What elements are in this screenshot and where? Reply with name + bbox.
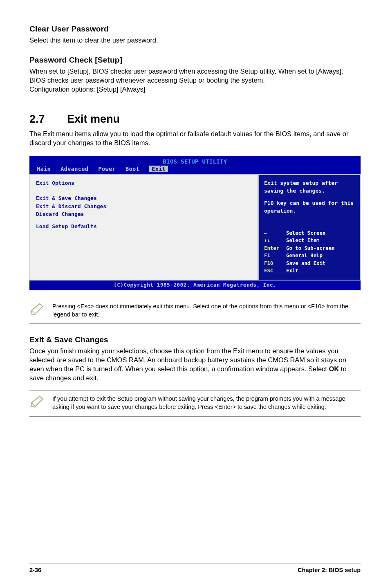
bios-options-title: Exit Options bbox=[36, 179, 252, 187]
bios-screenshot: BIOS SETUP UTILITY Main Advanced Power B… bbox=[29, 156, 361, 290]
bios-key-sub-screen: Go to Sub-screen bbox=[286, 245, 334, 252]
page-footer: 2-36 Chapter 2: BIOS setup bbox=[29, 563, 361, 573]
bios-opt-discard-exit: Exit & Discard Changes bbox=[36, 202, 252, 211]
bios-opt-load-defaults: Load Setup Defaults bbox=[36, 222, 252, 231]
bios-key-general-help: General Help bbox=[286, 252, 323, 259]
bios-tab-advanced: Advanced bbox=[61, 166, 88, 172]
bios-opt-discard: Discard Changes bbox=[36, 210, 252, 218]
note-exit-without-save-text: If you attempt to exit the Setup program… bbox=[52, 395, 361, 411]
bios-key-f10: F10 bbox=[264, 260, 286, 267]
bios-tab-exit: Exit bbox=[149, 166, 168, 172]
pencil-icon bbox=[29, 302, 52, 319]
bios-tab-power: Power bbox=[98, 166, 116, 172]
note-esc-text: Pressing <Esc> does not immediately exit… bbox=[52, 302, 361, 319]
chapter-number: 2.7 bbox=[29, 113, 67, 126]
exit-save-ok: OK bbox=[329, 365, 339, 373]
bios-opt-save: Exit & Save Changes bbox=[36, 194, 252, 202]
bios-tab-main: Main bbox=[37, 166, 51, 172]
chapter-title: Exit menu bbox=[67, 113, 120, 125]
exit-save-text-1: Once you finish making your selections, … bbox=[29, 347, 346, 373]
bios-left-panel: Exit Options Exit & Save Changes Exit & … bbox=[29, 174, 258, 281]
bios-help-1: Exit system setup after saving the chang… bbox=[264, 179, 355, 195]
exit-save-heading: Exit & Save Changes bbox=[29, 335, 361, 344]
bios-key-select-screen: Select Screen bbox=[286, 229, 325, 237]
pencil-icon bbox=[29, 395, 52, 411]
chapter-heading: 2.7Exit menu bbox=[29, 113, 361, 126]
bios-key-esc: ESC bbox=[264, 267, 286, 274]
bios-right-panel: Exit system setup after saving the chang… bbox=[258, 174, 361, 281]
note-esc: Pressing <Esc> does not immediately exit… bbox=[29, 298, 361, 324]
note-exit-without-save: If you attempt to exit the Setup program… bbox=[29, 390, 361, 417]
bios-tabbar: Main Advanced Power Boot Exit bbox=[29, 165, 361, 174]
bios-key-arrows-icon: ↑↓ bbox=[264, 237, 286, 244]
chapter-label: Chapter 2: BIOS setup bbox=[298, 567, 361, 573]
bios-key-legend: ←Select Screen ↑↓Select Item EnterGo to … bbox=[264, 229, 355, 275]
bios-key-select-item: Select Item bbox=[286, 237, 319, 244]
page-number: 2-36 bbox=[29, 567, 41, 573]
clear-password-heading: Clear User Password bbox=[29, 25, 361, 34]
bios-help-2: F10 key can be used for this operation. bbox=[264, 199, 355, 215]
bios-key-arrow-left-icon: ← bbox=[264, 229, 286, 237]
chapter-intro: The Exit menu items allow you to load th… bbox=[29, 130, 361, 148]
bios-key-exit: Exit bbox=[286, 267, 298, 274]
password-check-heading: Password Check [Setup] bbox=[29, 56, 361, 65]
bios-tab-boot: Boot bbox=[126, 166, 139, 172]
bios-key-save-exit: Save and Exit bbox=[286, 260, 325, 267]
bios-title: BIOS SETUP UTILITY bbox=[29, 156, 361, 165]
bios-key-f1: F1 bbox=[264, 252, 286, 259]
bios-copyright: (C)Copyright 1985-2002, American Megatre… bbox=[29, 281, 361, 290]
exit-save-text: Once you finish making your selections, … bbox=[29, 347, 361, 383]
clear-password-text: Select this item to clear the user passw… bbox=[29, 36, 361, 45]
bios-key-enter: Enter bbox=[264, 245, 286, 252]
password-check-text: When set to [Setup], BIOS checks user pa… bbox=[29, 67, 361, 94]
